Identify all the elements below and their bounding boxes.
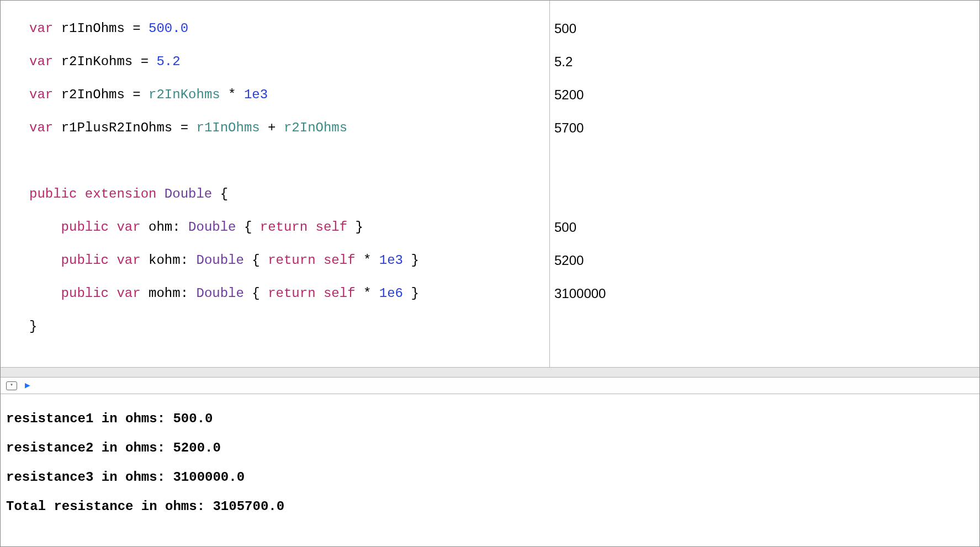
code-line[interactable]: public var kohm: Double { return self * … [29, 252, 549, 269]
results-sidebar: 500 5.2 5200 5700 500 5200 3100000 500 5… [549, 1, 979, 367]
debug-dropdown-button[interactable]: ▾ [6, 381, 17, 390]
code-line[interactable]: public var ohm: Double { return self } [29, 219, 549, 236]
code-blank-line[interactable] [29, 153, 549, 169]
result-blank [554, 352, 976, 367]
result-blank [554, 186, 976, 203]
result-value: 5700 [554, 120, 976, 136]
run-button[interactable]: ▶ [25, 380, 30, 391]
result-blank [554, 318, 976, 335]
result-value: 5200 [554, 87, 976, 103]
console-line: resistance2 in ohms: 5200.0 [6, 441, 974, 455]
console-line: resistance3 in ohms: 3100000.0 [6, 470, 974, 485]
result-value: 500 [554, 20, 976, 37]
code-line[interactable]: public extension Double { [29, 186, 549, 203]
code-line[interactable]: var r1PlusR2InOhms = r1InOhms + r2InOhms [29, 120, 549, 136]
result-value: 500 [554, 219, 976, 236]
chevron-down-icon: ▾ [10, 382, 13, 389]
code-editor[interactable]: var r1InOhms = 500.0 var r2InKohms = 5.2… [1, 1, 549, 367]
console-line: resistance1 in ohms: 500.0 [6, 412, 974, 426]
code-line[interactable]: var r2InKohms = 5.2 [29, 54, 549, 70]
playground-window: var r1InOhms = 500.0 var r2InKohms = 5.2… [0, 0, 980, 547]
code-line[interactable]: public var mohm: Double { return self * … [29, 285, 549, 302]
code-line[interactable]: var r2InOhms = r2InKohms * 1e3 [29, 87, 549, 103]
result-value: 3100000 [554, 285, 976, 302]
code-line[interactable]: var r1InOhms = 500.0 [29, 20, 549, 37]
result-value: 5.2 [554, 54, 976, 70]
editor-split: var r1InOhms = 500.0 var r2InKohms = 5.2… [1, 1, 979, 368]
code-blank-line[interactable] [29, 352, 549, 367]
code-line[interactable]: } [29, 318, 549, 335]
console-line: Total resistance in ohms: 3105700.0 [6, 500, 974, 514]
result-blank [554, 153, 976, 169]
play-icon: ▶ [25, 381, 30, 391]
console-output[interactable]: resistance1 in ohms: 500.0 resistance2 i… [1, 394, 979, 546]
horizontal-scrollbar[interactable] [1, 368, 979, 378]
debug-toolbar: ▾ ▶ [1, 378, 979, 394]
result-value: 5200 [554, 252, 976, 269]
